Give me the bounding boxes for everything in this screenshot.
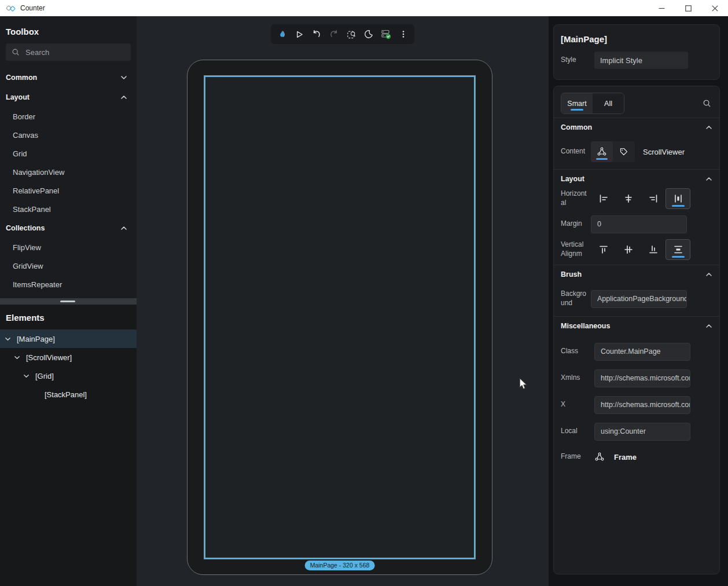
design-canvas[interactable]: MainPage - 320 x 568 (137, 16, 549, 586)
local-input[interactable]: using:Counter (594, 423, 690, 441)
section-label: Layout (6, 93, 30, 101)
search-icon (12, 48, 20, 56)
content-tag-mode-button[interactable] (613, 141, 635, 162)
widget-icon (594, 452, 605, 462)
chevron-down-icon[interactable] (14, 354, 21, 361)
page-size-badge: MainPage - 320 x 568 (305, 561, 375, 570)
toolbox-title: Toolbox (0, 16, 137, 36)
chevron-up-icon (120, 225, 127, 232)
properties-tabs: Smart All (561, 93, 624, 114)
tree-item-label: [MainPage] (17, 335, 55, 343)
toolbox-item-navigationview[interactable]: NavigationView (0, 163, 137, 181)
redo-icon[interactable] (325, 25, 343, 43)
app-logo-icon (6, 3, 16, 13)
toolbox-item-relativepanel[interactable]: RelativePanel (0, 181, 137, 200)
tab-all[interactable]: All (593, 93, 624, 113)
section-layout[interactable]: Layout (561, 170, 712, 188)
section-miscellaneous[interactable]: Miscellaneous (561, 317, 712, 335)
canvas-toolbar (271, 24, 414, 44)
xmlns-input[interactable]: http://schemas.microsoft.com (594, 369, 690, 387)
hot-reload-flame-icon[interactable] (273, 25, 291, 43)
selected-element-title: [MainPage] (561, 25, 712, 44)
chevron-up-icon (705, 124, 712, 131)
tree-item-label: [StackPanel] (45, 390, 87, 399)
left-sidebar: Toolbox Common Layout Border Can (0, 16, 137, 586)
toolbox-item-flipview[interactable]: FlipView (0, 238, 137, 257)
section-brush[interactable]: Brush (561, 265, 712, 284)
margin-input-field[interactable] (597, 220, 681, 228)
toolbox-item-grid[interactable]: Grid (0, 144, 137, 163)
tree-item-stackpanel[interactable]: [StackPanel] (0, 385, 137, 404)
frame-value[interactable]: Frame (614, 453, 637, 462)
content-value: ScrollViewer (643, 148, 685, 156)
tab-label: All (604, 100, 612, 108)
window-title: Counter (20, 4, 45, 12)
toolbox-item-gridview[interactable]: GridView (0, 257, 137, 275)
section-label: Layout (561, 175, 584, 183)
tag-icon (619, 147, 628, 156)
properties-search-icon[interactable] (703, 99, 711, 108)
panel-splitter[interactable] (0, 298, 137, 305)
toolbox-item-itemsrepeater[interactable]: ItemsRepeater (0, 275, 137, 294)
play-icon[interactable] (291, 25, 308, 43)
margin-input[interactable] (591, 215, 687, 233)
style-selector[interactable]: Implicit Style (594, 52, 688, 69)
local-value: using:Counter (601, 427, 646, 435)
background-value: ApplicationPageBackground (597, 295, 687, 303)
align-right-button[interactable] (641, 188, 666, 209)
chevron-up-icon (705, 271, 712, 278)
align-stretch-horizontal-button[interactable] (666, 188, 690, 209)
mainpage-design-surface[interactable] (204, 76, 475, 559)
align-center-button[interactable] (616, 188, 641, 209)
maximize-button[interactable] (675, 0, 701, 16)
window-titlebar: Counter (0, 0, 728, 16)
toolbox-section-collections[interactable]: Collections (0, 218, 137, 238)
chevron-up-icon (120, 94, 127, 101)
background-input[interactable]: ApplicationPageBackground (591, 290, 687, 308)
class-input[interactable]: Counter.MainPage (594, 343, 690, 361)
vertical-alignment-group (591, 239, 690, 260)
section-common[interactable]: Common (561, 118, 712, 137)
toolbox-section-layout[interactable]: Layout (0, 87, 137, 107)
tab-smart[interactable]: Smart (561, 93, 593, 113)
content-mode-toggle (591, 141, 635, 162)
class-label: Class (561, 347, 594, 356)
align-left-button[interactable] (591, 188, 616, 209)
server-status-icon[interactable] (377, 25, 395, 43)
undo-icon[interactable] (308, 25, 325, 43)
align-bottom-button[interactable] (641, 239, 666, 260)
tree-item-mainpage[interactable]: [MainPage] (0, 329, 137, 348)
tree-item-scrollviewer[interactable]: [ScrollViewer] (0, 348, 137, 367)
tree-item-grid[interactable]: [Grid] (0, 367, 137, 385)
chevron-down-icon[interactable] (23, 373, 30, 379)
properties-panel: [MainPage] Style Implicit Style Smart Al… (549, 16, 728, 586)
zoom-to-fit-icon[interactable] (343, 25, 360, 43)
mouse-cursor-icon (518, 378, 528, 393)
content-element-mode-button[interactable] (591, 141, 613, 162)
content-label: Content (561, 147, 591, 156)
align-stretch-vertical-button[interactable] (666, 239, 690, 260)
align-top-button[interactable] (591, 239, 616, 260)
elements-panel: Elements [MainPage] [ScrollViewer] [Grid… (0, 305, 137, 586)
xmlns-label: Xmlns (561, 373, 594, 383)
tab-label: Smart (567, 100, 586, 108)
local-label: Local (561, 427, 594, 436)
selection-header-card: [MainPage] Style Implicit Style (553, 24, 720, 80)
toolbox-item-stackpanel[interactable]: StackPanel (0, 200, 137, 218)
more-options-icon[interactable] (395, 25, 412, 43)
x-namespace-label: X (561, 400, 594, 409)
toolbox-item-border[interactable]: Border (0, 107, 137, 126)
section-label: Collections (6, 224, 45, 232)
close-button[interactable] (701, 0, 728, 16)
toolbox-panel: Toolbox Common Layout Border Can (0, 16, 137, 298)
x-namespace-input[interactable]: http://schemas.microsoft.com (594, 396, 690, 414)
chevron-down-icon[interactable] (5, 336, 12, 342)
toolbox-search[interactable] (6, 43, 131, 61)
toolbox-search-input[interactable] (25, 48, 127, 57)
x-namespace-value: http://schemas.microsoft.com (601, 401, 690, 409)
toolbox-section-common[interactable]: Common (0, 68, 137, 87)
toolbox-item-canvas[interactable]: Canvas (0, 126, 137, 144)
theme-moon-icon[interactable] (360, 25, 377, 43)
minimize-button[interactable] (648, 0, 675, 16)
align-middle-button[interactable] (616, 239, 641, 260)
